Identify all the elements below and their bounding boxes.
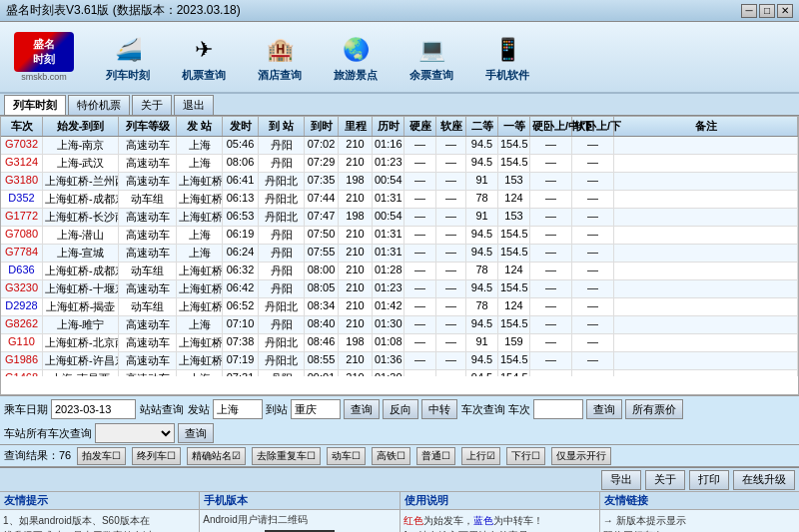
- table-cell: 上海: [177, 370, 223, 376]
- table-row[interactable]: G1468上海-南昌西高速动车上海07:31丹阳09:0121001:30——9…: [1, 370, 798, 376]
- table-row[interactable]: G3230上海虹桥-十堰东高速动车上海虹桥06:42丹阳08:0521001:2…: [1, 280, 798, 298]
- nav-mobile[interactable]: 📱 手机软件: [471, 28, 543, 87]
- query-button[interactable]: 查询: [344, 399, 380, 419]
- table-cell: —: [530, 245, 572, 262]
- only-show-btn[interactable]: 仅显示开行: [551, 447, 611, 465]
- nav-tourism[interactable]: 🌏 旅游景点: [320, 28, 392, 87]
- table-cell: 154.5: [498, 137, 530, 154]
- station-all-select[interactable]: [95, 423, 175, 443]
- table-cell: 94.5: [466, 370, 498, 376]
- table-row[interactable]: G7032上海-南京高速动车上海05:46丹阳07:0221001:16——94…: [1, 137, 798, 155]
- upgrade-button[interactable]: 在线升级: [733, 470, 795, 490]
- table-header: 车次 始发-到到 列车等级 发 站 发时 到 站 到时 里程 历时 硬座 软座 …: [1, 117, 798, 137]
- tab-exit[interactable]: 退出: [174, 95, 214, 115]
- table-cell: 09:01: [305, 370, 339, 376]
- tip-line-1: 1、如果android版本、S60版本在: [3, 513, 196, 528]
- about-button[interactable]: 关于: [645, 470, 685, 490]
- tab-timetable[interactable]: 列车时刻: [4, 95, 66, 115]
- table-cell: 07:31: [223, 370, 259, 376]
- close-button[interactable]: ✕: [777, 4, 793, 18]
- terminal-train-btn[interactable]: 终列车☐: [132, 447, 181, 465]
- downward-btn[interactable]: 下行☐: [506, 447, 545, 465]
- minimize-button[interactable]: ─: [741, 4, 757, 18]
- emus-btn[interactable]: 动车☐: [327, 447, 366, 465]
- table-cell: G1468: [1, 370, 43, 376]
- logo-url: smskb.com: [21, 72, 67, 82]
- upward-btn[interactable]: 上行☑: [461, 447, 500, 465]
- print-button[interactable]: 打印: [689, 470, 729, 490]
- table-cell: 94.5: [466, 155, 498, 172]
- table-cell: 01:30: [373, 316, 404, 333]
- export-button[interactable]: 导出: [601, 470, 641, 490]
- table-cell: —: [530, 316, 572, 333]
- nav-train[interactable]: 🚄 列车时刻: [92, 28, 164, 87]
- highspeed-btn[interactable]: 高铁☐: [372, 447, 410, 465]
- hotel-icon: 🏨: [260, 32, 300, 68]
- from-section: 发站 到站 查询 反向 中转: [188, 399, 457, 419]
- table-row[interactable]: G3124上海-武汉高速动车上海08:06丹阳07:2921001:23——94…: [1, 155, 798, 173]
- nav-flight[interactable]: ✈ 机票查询: [168, 28, 240, 87]
- normal-btn[interactable]: 普通☐: [416, 447, 455, 465]
- exact-station-btn[interactable]: 精确站名☑: [187, 447, 246, 465]
- table-cell: 91: [466, 209, 498, 226]
- station-all-query-button[interactable]: 查询: [178, 423, 214, 443]
- trainnum-input[interactable]: [533, 399, 583, 419]
- table-cell: —: [436, 316, 466, 333]
- table-cell: G110: [1, 334, 43, 351]
- table-cell: —: [436, 155, 466, 172]
- table-row[interactable]: G7784上海-宣城高速动车上海06:24丹阳07:5521001:31——94…: [1, 245, 798, 263]
- table-cell: 上海虹桥-长沙南: [43, 209, 119, 226]
- table-cell: [614, 298, 798, 315]
- table-cell: 94.5: [466, 227, 498, 244]
- table-cell: —: [404, 316, 436, 333]
- tab-special[interactable]: 特价机票: [68, 95, 130, 115]
- table-row[interactable]: D352上海虹桥-成都东动车组上海虹桥06:13丹阳北07:4421001:31…: [1, 191, 798, 209]
- table-cell: 上海虹桥-成都东: [43, 191, 119, 208]
- table-cell: 05:46: [223, 137, 259, 154]
- station-query-label: 站站查询: [140, 402, 184, 417]
- table-cell: 上海虹桥: [177, 209, 223, 226]
- maximize-button[interactable]: □: [759, 4, 775, 18]
- reverse-button[interactable]: 反向: [383, 399, 418, 419]
- table-cell: 78: [466, 191, 498, 208]
- table-cell: 丹阳北: [259, 209, 305, 226]
- table-cell: 94.5: [466, 316, 498, 333]
- table-cell: 丹阳: [259, 245, 305, 262]
- table-row[interactable]: G8262上海-雎宁高速动车上海07:10丹阳08:4021001:30——94…: [1, 316, 798, 334]
- table-row[interactable]: G1986上海虹桥-许昌东高速动车上海虹桥07:19丹阳北08:5521001:…: [1, 352, 798, 370]
- table-cell: —: [436, 280, 466, 297]
- table-cell: 丹阳北: [259, 173, 305, 190]
- sort-by-dep-btn[interactable]: 拍发车☐: [77, 447, 126, 465]
- table-row[interactable]: G1772上海虹桥-长沙南高速动车上海虹桥06:53丹阳北07:4719800:…: [1, 209, 798, 227]
- table-cell: [614, 137, 798, 154]
- nav-hotel[interactable]: 🏨 酒店查询: [244, 28, 316, 87]
- table-cell: 06:32: [223, 263, 259, 279]
- th-dur: 历时: [373, 117, 404, 136]
- table-cell: [614, 280, 798, 297]
- table-cell: 01:08: [373, 334, 404, 351]
- table-cell: 210: [339, 298, 373, 315]
- table-cell: 06:42: [223, 280, 259, 297]
- table-row[interactable]: G7080上海-潜山高速动车上海06:19丹阳07:5021001:31——94…: [1, 227, 798, 245]
- remove-dup-btn[interactable]: 去除重复车☐: [252, 447, 321, 465]
- table-cell: —: [572, 263, 614, 279]
- table-cell: 08:40: [305, 316, 339, 333]
- tab-about[interactable]: 关于: [132, 95, 172, 115]
- table-cell: 91: [466, 173, 498, 190]
- table-row[interactable]: G3180上海虹桥-兰州西高速动车上海虹桥06:41丹阳北07:3519800:…: [1, 173, 798, 191]
- train-query-button[interactable]: 查询: [586, 399, 622, 419]
- table-cell: 上海虹桥: [177, 298, 223, 315]
- table-row[interactable]: D2928上海虹桥-揭壶动车组上海虹桥06:52丹阳北08:3421001:42…: [1, 298, 798, 316]
- date-input[interactable]: [51, 399, 136, 419]
- all-tickets-button[interactable]: 所有票价: [625, 399, 683, 419]
- table-cell: G1772: [1, 209, 43, 226]
- table-row[interactable]: D636上海虹桥-成都东动车组上海虹桥06:32丹阳08:0021001:28—…: [1, 263, 798, 280]
- table-cell: —: [404, 209, 436, 226]
- nav-ticket[interactable]: 💻 余票查询: [396, 28, 467, 87]
- table-row[interactable]: G110上海虹桥-北京南高速动车上海虹桥07:38丹阳北08:4619801:0…: [1, 334, 798, 352]
- transfer-button[interactable]: 中转: [421, 399, 457, 419]
- table-cell: 上海-潜山: [43, 227, 119, 244]
- to-input[interactable]: [291, 399, 341, 419]
- table-cell: 上海-武汉: [43, 155, 119, 172]
- from-input[interactable]: [213, 399, 263, 419]
